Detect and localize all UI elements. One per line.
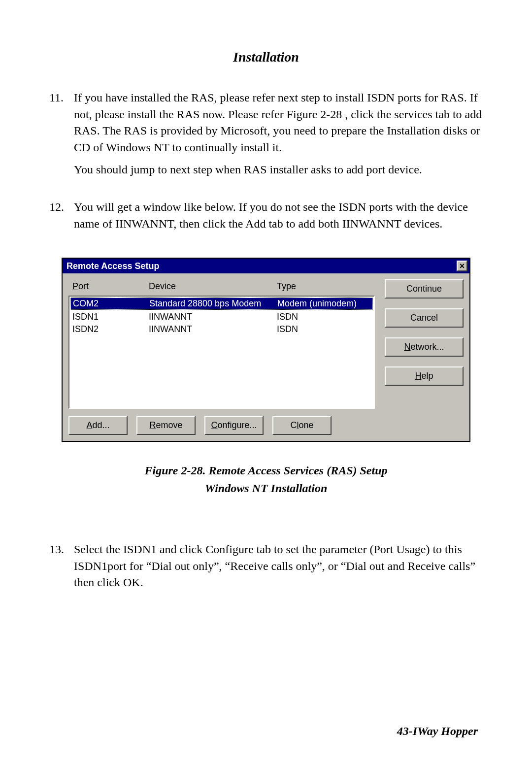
bottom-button-row: Add... Remove Configure... Clone [68, 416, 375, 435]
step-11: 11. If you have installed the RAS, pleas… [49, 90, 483, 184]
step-body: You will get a window like below. If you… [74, 199, 483, 238]
step-12: 12. You will get a window like below. If… [49, 199, 483, 238]
page: Installation 11. If you have installed t… [0, 0, 532, 765]
list-item-com2[interactable]: COM2 Standard 28800 bps Modem Modem (uni… [70, 298, 373, 310]
dialog-left-column: Port Device Type COM2 Standard 28800 bps… [68, 279, 375, 435]
cancel-button[interactable]: Cancel [385, 308, 464, 328]
accel-char: C [211, 420, 217, 430]
header-port: Port [72, 281, 149, 292]
header-port-rest: ort [78, 281, 89, 291]
figure-caption: Figure 2-28. Remote Access Services (RAS… [49, 462, 483, 497]
cell-device: IINWANNT [149, 312, 277, 322]
btn-rest: emove [156, 420, 182, 430]
cell-type: ISDN [277, 312, 371, 322]
dialog-right-column: Continue Cancel Network... Help [385, 279, 464, 435]
clone-button[interactable]: Clone [272, 416, 332, 435]
btn-rest: dd... [92, 420, 109, 430]
step-number: 12. [49, 199, 74, 238]
dialog-title: Remote Access Setup [66, 261, 159, 271]
titlebar: Remote Access Setup × [63, 259, 469, 273]
list-item-isdn2[interactable]: ISDN2 IINWANNT ISDN [69, 323, 374, 335]
accel-char: R [149, 420, 156, 430]
header-type: Type [277, 281, 374, 292]
step-number: 13. [49, 541, 74, 597]
help-button[interactable]: Help [385, 366, 464, 386]
btn-rest: etwork... [410, 342, 444, 352]
cell-port: ISDN2 [72, 324, 149, 334]
dialog-body: Port Device Type COM2 Standard 28800 bps… [63, 273, 469, 441]
btn-rest: elp [421, 371, 433, 381]
figure-caption-line1: Figure 2-28. Remote Access Services (RAS… [49, 462, 483, 479]
step-number: 11. [49, 90, 74, 184]
btn-pre: C [290, 420, 297, 430]
section-heading: Installation [49, 49, 483, 65]
port-listbox[interactable]: COM2 Standard 28800 bps Modem Modem (uni… [68, 296, 375, 409]
accel-char: N [404, 342, 410, 352]
cell-device: Standard 28800 bps Modem [149, 299, 277, 309]
btn-rest: onfigure... [217, 420, 257, 430]
header-device: Device [149, 281, 277, 292]
remove-button[interactable]: Remove [136, 416, 196, 435]
list-headers: Port Device Type [68, 279, 375, 296]
cell-type: ISDN [277, 324, 371, 334]
btn-rest: one [299, 420, 313, 430]
cell-type: Modem (unimodem) [277, 299, 370, 309]
step-13-paragraph-1: Select the ISDN1 and click Configure tab… [74, 541, 483, 591]
step-body: Select the ISDN1 and click Configure tab… [74, 541, 483, 597]
page-footer: 43-IWay Hopper [397, 725, 478, 738]
accel-char: P [72, 281, 78, 291]
step-body: If you have installed the RAS, please re… [74, 90, 483, 184]
continue-button[interactable]: Continue [385, 279, 464, 299]
list-item-isdn1[interactable]: ISDN1 IINWANNT ISDN [69, 311, 374, 323]
step-11-paragraph-1: If you have installed the RAS, please re… [74, 90, 483, 156]
figure-caption-line2: Windows NT Installation [49, 479, 483, 497]
cell-port: ISDN1 [72, 312, 149, 322]
add-button[interactable]: Add... [68, 416, 128, 435]
network-button[interactable]: Network... [385, 337, 464, 357]
cell-port: COM2 [73, 299, 149, 309]
ras-dialog-figure: Remote Access Setup × Port Device Type C… [62, 258, 470, 442]
accel-char: A [86, 420, 92, 430]
cell-device: IINWANNT [149, 324, 277, 334]
close-icon[interactable]: × [457, 261, 467, 271]
step-13: 13. Select the ISDN1 and click Configure… [49, 541, 483, 597]
accel-char: H [415, 371, 421, 381]
step-12-paragraph-1: You will get a window like below. If you… [74, 199, 483, 232]
step-11-paragraph-2: You should jump to next step when RAS in… [74, 162, 483, 178]
remote-access-setup-dialog: Remote Access Setup × Port Device Type C… [62, 258, 470, 442]
configure-button[interactable]: Configure... [204, 416, 264, 435]
